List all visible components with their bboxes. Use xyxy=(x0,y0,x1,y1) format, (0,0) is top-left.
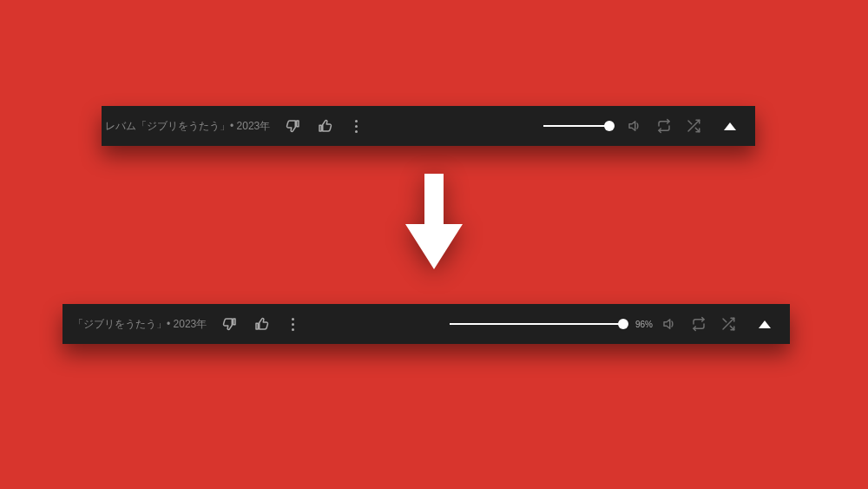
more-vert-icon xyxy=(355,120,358,133)
like-button[interactable] xyxy=(250,313,273,335)
volume-thumb[interactable] xyxy=(618,319,628,329)
more-vert-icon xyxy=(292,318,294,331)
mute-button[interactable] xyxy=(658,313,681,335)
shuffle-icon xyxy=(686,118,701,134)
volume-slider[interactable] xyxy=(543,125,609,127)
dislike-button[interactable] xyxy=(282,115,305,137)
volume-thumb[interactable] xyxy=(604,121,615,131)
more-button[interactable] xyxy=(281,313,304,335)
thumbs-up-icon xyxy=(253,316,269,332)
repeat-button[interactable] xyxy=(687,313,710,335)
expand-button[interactable] xyxy=(753,313,776,335)
track-title: レバム「ジブリをうたう」• 2023年 xyxy=(105,119,270,134)
volume-percent-label: 96% xyxy=(635,320,653,329)
shuffle-icon xyxy=(720,316,736,332)
speaker-icon xyxy=(661,316,677,332)
more-button[interactable] xyxy=(345,115,367,137)
track-title: 「ジブリをうたう」• 2023年 xyxy=(73,317,207,332)
thumbs-down-icon xyxy=(286,118,301,134)
dislike-button[interactable] xyxy=(219,313,241,335)
thumbs-up-icon xyxy=(317,118,332,134)
shuffle-button[interactable] xyxy=(682,115,705,137)
like-button[interactable] xyxy=(313,115,336,137)
player-bar-before: レバム「ジブリをうたう」• 2023年 xyxy=(102,106,755,146)
player-bar-after: 「ジブリをうたう」• 2023年 96% xyxy=(62,304,790,344)
repeat-icon xyxy=(691,316,707,332)
mute-button[interactable] xyxy=(623,115,646,137)
repeat-button[interactable] xyxy=(653,115,675,137)
shuffle-button[interactable] xyxy=(717,313,740,335)
thumbs-down-icon xyxy=(222,316,238,332)
repeat-icon xyxy=(656,118,672,134)
caret-up-icon xyxy=(759,320,771,328)
expand-button[interactable] xyxy=(719,115,741,137)
down-arrow-icon xyxy=(405,174,463,269)
volume-slider[interactable] xyxy=(450,323,623,325)
speaker-icon xyxy=(627,118,642,134)
caret-up-icon xyxy=(724,122,736,130)
